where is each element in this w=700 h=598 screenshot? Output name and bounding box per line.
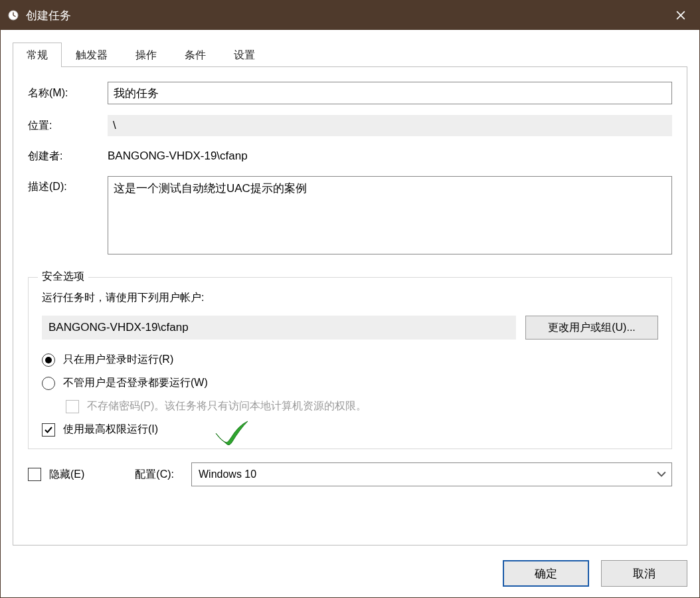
window-title: 创建任务 xyxy=(26,8,71,23)
tab-triggers[interactable]: 触发器 xyxy=(62,43,122,67)
row-location: 位置: \ xyxy=(28,115,672,136)
title-bar: 创建任务 xyxy=(1,1,699,30)
radio-only-logged-on[interactable]: 只在用户登录时运行(R) xyxy=(42,353,658,367)
tab-general[interactable]: 常规 xyxy=(13,43,62,67)
author-value: BANGONG-VHDX-19\cfanp xyxy=(108,147,672,165)
radio-icon xyxy=(42,353,55,367)
checkbox-highest-privileges[interactable]: 使用最高权限运行(I) xyxy=(42,423,658,437)
label-location: 位置: xyxy=(28,119,108,133)
tab-conditions[interactable]: 条件 xyxy=(171,43,220,67)
tab-strip: 常规 触发器 操作 条件 设置 xyxy=(13,42,687,67)
checkbox-no-store-password: 不存储密码(P)。该任务将只有访问本地计算机资源的权限。 xyxy=(42,399,658,413)
close-button[interactable] xyxy=(662,1,699,30)
radio-whether-logged-or-not[interactable]: 不管用户是否登录都要运行(W) xyxy=(42,376,658,390)
tab-panel-general: 名称(M): 位置: \ 创建者: BANGONG-VHDX-19\cfanp … xyxy=(13,67,687,546)
client-area: 常规 触发器 操作 条件 设置 名称(M): 位置: \ 创建者: BANGON… xyxy=(1,30,699,597)
label-author: 创建者: xyxy=(28,150,108,163)
row-author: 创建者: BANGONG-VHDX-19\cfanp xyxy=(28,147,672,165)
change-user-button[interactable]: 更改用户或组(U)... xyxy=(525,316,658,340)
account-row: BANGONG-VHDX-19\cfanp 更改用户或组(U)... xyxy=(42,316,658,340)
combo-value: Windows 10 xyxy=(199,468,256,480)
location-value: \ xyxy=(108,115,672,136)
checkbox-hidden[interactable]: 隐藏(E) xyxy=(28,468,84,482)
ok-button[interactable]: 确定 xyxy=(503,560,589,587)
security-options-group: 安全选项 运行任务时，请使用下列用户帐户: BANGONG-VHDX-19\cf… xyxy=(28,277,672,449)
configure-for-combo[interactable]: Windows 10 xyxy=(191,462,672,486)
description-input[interactable] xyxy=(108,176,672,254)
security-legend: 安全选项 xyxy=(38,270,88,284)
cancel-button[interactable]: 取消 xyxy=(601,560,687,587)
account-value: BANGONG-VHDX-19\cfanp xyxy=(42,316,516,340)
checkbox-icon xyxy=(66,400,79,413)
dialog-button-row: 确定 取消 xyxy=(13,560,687,587)
chevron-down-icon xyxy=(657,468,666,480)
checkbox-label: 隐藏(E) xyxy=(49,468,84,482)
annotation-checkmark-icon xyxy=(213,419,250,447)
label-name: 名称(M): xyxy=(28,86,108,100)
create-task-dialog: 创建任务 常规 触发器 操作 条件 设置 名称(M): 位置: \ xyxy=(0,0,700,598)
label-configure-for: 配置(C): xyxy=(135,468,174,482)
run-as-caption: 运行任务时，请使用下列用户帐户: xyxy=(42,291,658,305)
checkbox-icon xyxy=(42,423,55,437)
close-icon xyxy=(676,11,685,20)
checkbox-label: 不存储密码(P)。该任务将只有访问本地计算机资源的权限。 xyxy=(87,399,367,413)
row-name: 名称(M): xyxy=(28,82,672,104)
radio-label: 只在用户登录时运行(R) xyxy=(63,353,173,367)
tab-actions[interactable]: 操作 xyxy=(122,43,171,67)
row-description: 描述(D): xyxy=(28,176,672,254)
radio-label: 不管用户是否登录都要运行(W) xyxy=(63,376,208,390)
label-description: 描述(D): xyxy=(28,176,108,194)
radio-icon xyxy=(42,377,55,390)
tab-settings[interactable]: 设置 xyxy=(220,43,269,67)
name-input[interactable] xyxy=(108,82,672,104)
checkbox-label: 使用最高权限运行(I) xyxy=(63,423,158,437)
bottom-row: 隐藏(E) 配置(C): Windows 10 xyxy=(28,462,672,486)
clock-icon xyxy=(7,9,19,21)
checkbox-icon xyxy=(28,468,41,481)
